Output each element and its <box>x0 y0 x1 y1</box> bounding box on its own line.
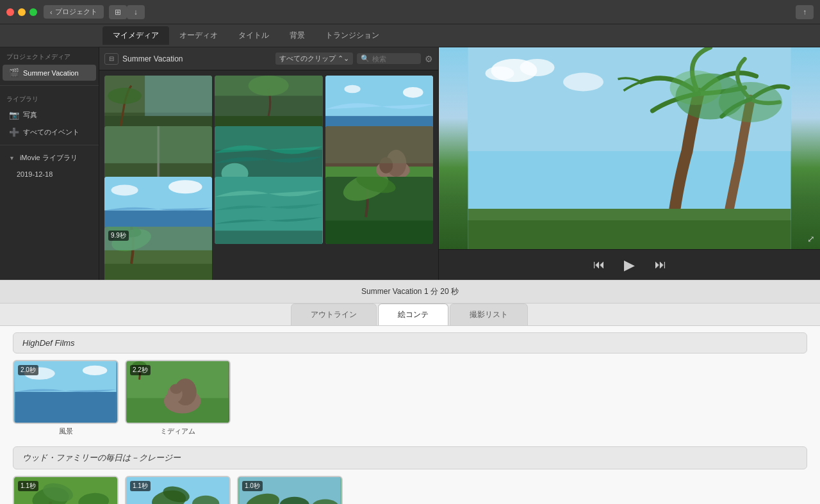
tab-my-media[interactable]: マイメディア <box>102 26 169 45</box>
sidebar-divider <box>0 85 99 86</box>
toolbar-area: マイメディア オーディオ タイトル 背景 トランジション ✦ ◑ 🎨 ⬚ 🎬 🔊… <box>0 24 820 47</box>
clip-label-ocean: 風景 <box>59 427 73 436</box>
clip-duration-palms-1: 1.1秒 <box>18 481 38 491</box>
thumbnail-9[interactable] <box>325 177 433 244</box>
preview-controls: ⏮ ▶ ⏭ <box>439 249 820 280</box>
media-browser: ⊟ Summer Vacation すべてのクリップ ⌃⌄ 🔍 ⚙ <box>99 47 439 280</box>
search-box: 🔍 <box>357 53 421 64</box>
section-title-2: ウッド・ファミリーの毎日は－クレージー <box>13 446 807 469</box>
back-button[interactable]: ‹ プロジェクト <box>44 5 104 19</box>
storyboard-clips-2: 1.1秒 1.1秒 <box>13 476 807 504</box>
svg-point-27 <box>111 184 138 195</box>
imovie-library-label: iMovie ライブラリ <box>20 153 78 163</box>
svg-rect-4 <box>145 76 212 116</box>
clips-select[interactable]: すべてのクリップ ⌃⌄ <box>275 53 353 65</box>
clip-thumb-cow[interactable]: 2.2秒 <box>125 360 231 424</box>
tab-outline[interactable]: アウトライン <box>291 304 377 325</box>
svg-rect-36 <box>104 264 212 280</box>
sidebar-divider-2 <box>0 145 99 145</box>
svg-rect-18 <box>215 126 322 150</box>
all-events-label: すべてのイベント <box>23 127 79 137</box>
timeline-tabs: アウトライン 絵コンテ 撮影リスト <box>0 304 820 326</box>
clip-duration-palms-2: 1.1秒 <box>130 481 151 491</box>
clip-palms-2: 1.1秒 <box>125 476 231 504</box>
sidebar-item-photos[interactable]: 📷 写真 <box>3 107 96 123</box>
timeline-area: Summer Vacation 1 分 20 秒 アウトライン 絵コンテ 撮影リ… <box>0 280 820 504</box>
photos-label: 写真 <box>23 110 37 120</box>
clip-cow: 2.2秒 ミディアム <box>125 360 231 436</box>
titlebar: ‹ プロジェクト ⊞ ↓ ↑ <box>0 0 820 24</box>
gear-icon[interactable]: ⚙ <box>425 54 433 64</box>
tab-storyboard[interactable]: 絵コンテ <box>378 304 448 325</box>
search-icon: 🔍 <box>361 54 370 63</box>
thumbnail-10[interactable]: 9.9秒 <box>104 227 212 280</box>
thumbnail-8[interactable] <box>215 177 322 244</box>
down-arrow-icon[interactable]: ↓ <box>127 5 145 19</box>
clip-palms-1: 1.1秒 <box>13 476 119 504</box>
sidebar-item-imovie-library[interactable]: ▼ iMovie ライブラリ <box>3 150 96 166</box>
storyboard-clips-1: 2.0秒 風景 <box>13 360 807 436</box>
sidebar-item-all-events[interactable]: ➕ すべてのイベント <box>3 124 96 140</box>
thumbnails-grid: 9.9秒 <box>99 70 438 280</box>
clip-duration-cow: 2.2秒 <box>130 365 151 375</box>
film-icon: 🎬 <box>9 68 19 77</box>
svg-rect-24 <box>325 126 433 163</box>
clip-duration-palms-3: 1.0秒 <box>242 481 263 491</box>
tab-background[interactable]: 背景 <box>279 26 315 45</box>
project-item-label: Summer Vacation <box>23 69 79 77</box>
library-label: ライブラリ <box>0 90 99 106</box>
video-preview: ⤢ <box>439 47 820 249</box>
sidebar-item-summer-vacation[interactable]: 🎬 Summer Vacation <box>3 65 96 81</box>
sidebar-toggle[interactable]: ⊟ <box>104 53 119 65</box>
play-button[interactable]: ▶ <box>619 255 640 275</box>
svg-point-12 <box>344 85 360 93</box>
tab-shot-list[interactable]: 撮影リスト <box>450 304 528 325</box>
media-title: Summer Vacation <box>122 54 183 63</box>
clip-thumb-palms-2[interactable]: 1.1秒 <box>125 476 231 504</box>
tab-title[interactable]: タイトル <box>228 26 279 45</box>
svg-point-54 <box>83 366 107 375</box>
export-button[interactable]: ↑ <box>796 5 814 19</box>
svg-rect-15 <box>104 126 212 163</box>
clip-thumb-ocean[interactable]: 2.0秒 <box>13 360 119 424</box>
svg-point-60 <box>170 384 183 394</box>
clip-label-cow: ミディアム <box>160 427 195 436</box>
preview-area: ⤢ ⏮ ▶ ⏭ <box>439 47 820 280</box>
svg-point-48 <box>670 70 722 105</box>
clip-thumb-palms-3[interactable]: 1.0秒 <box>237 476 343 504</box>
traffic-lights <box>6 8 37 16</box>
clip-thumb-palms-1[interactable]: 1.1秒 <box>13 476 119 504</box>
svg-rect-50 <box>468 220 791 249</box>
sidebar-item-date[interactable]: 2019-12-18 <box>3 167 96 181</box>
chevron-left-icon: ‹ <box>50 8 53 16</box>
tab-transition[interactable]: トランジション <box>315 26 390 45</box>
close-button[interactable] <box>6 8 14 16</box>
search-input[interactable] <box>372 55 417 63</box>
plus-icon: ➕ <box>9 127 19 137</box>
photo-icon: 📷 <box>9 110 19 120</box>
maximize-button[interactable] <box>29 8 37 16</box>
storyboard-icon[interactable]: ⊞ <box>109 5 127 19</box>
skip-forward-button[interactable]: ⏭ <box>650 255 671 275</box>
back-label: プロジェクト <box>55 7 97 17</box>
timeline-title: Summer Vacation 1 分 20 秒 <box>361 286 459 297</box>
svg-point-43 <box>520 59 555 76</box>
svg-point-11 <box>403 87 423 98</box>
svg-rect-8 <box>215 76 322 96</box>
clip-palms-3: 1.0秒 <box>237 476 343 504</box>
skip-back-button[interactable]: ⏮ <box>589 255 609 275</box>
svg-rect-30 <box>215 231 322 244</box>
svg-point-3 <box>108 88 142 104</box>
fullscreen-icon[interactable]: ⤢ <box>807 234 815 244</box>
clips-label: すべてのクリップ <box>279 54 336 62</box>
svg-point-47 <box>719 82 782 122</box>
svg-point-45 <box>563 73 603 92</box>
duration-badge: 9.9秒 <box>108 231 129 241</box>
project-media-label: プロジェクトメディア <box>0 47 99 64</box>
timeline-content: HighDef Films 2.0秒 風景 <box>0 326 820 504</box>
tab-audio[interactable]: オーディオ <box>169 26 228 45</box>
minimize-button[interactable] <box>18 8 26 16</box>
clip-duration-ocean: 2.0秒 <box>18 365 38 375</box>
tabbar: マイメディア オーディオ タイトル 背景 トランジション <box>0 24 820 47</box>
main-content: プロジェクトメディア 🎬 Summer Vacation ライブラリ 📷 写真 … <box>0 47 820 280</box>
